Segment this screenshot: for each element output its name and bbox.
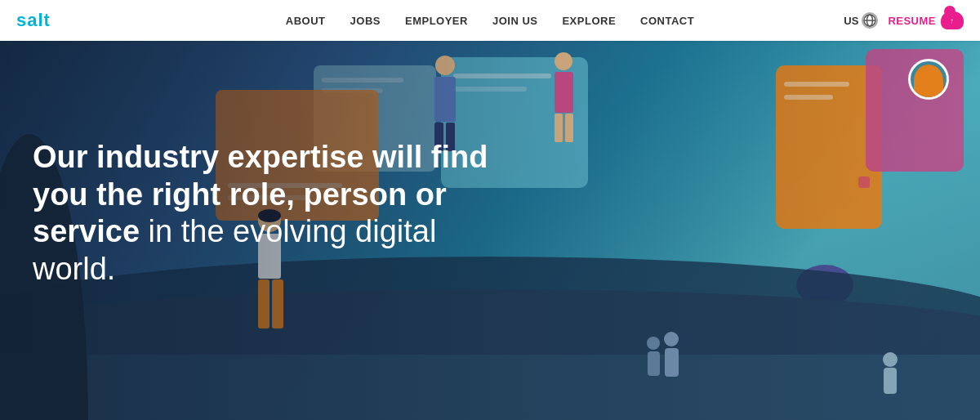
resume-button[interactable]: RESUME	[888, 11, 964, 29]
globe-icon	[862, 12, 878, 29]
header: salt ABOUT JOBS EMPLOYER JOIN US EXPLORE…	[0, 0, 980, 41]
hero-text-container: Our industry expertise will find you the…	[33, 139, 523, 288]
nav-item-contact[interactable]: CONTACT	[640, 15, 694, 27]
hero-section: Our industry expertise will find you the…	[0, 41, 980, 420]
nav-item-explore[interactable]: EXPLORE	[562, 15, 616, 27]
nav-item-join-us[interactable]: JOIN US	[492, 15, 538, 27]
region-label: US	[844, 15, 858, 27]
logo[interactable]: salt	[16, 10, 51, 31]
nav: ABOUT JOBS EMPLOYER JOIN US EXPLORE CONT…	[286, 15, 694, 27]
upload-cloud-icon	[941, 11, 964, 29]
nav-item-jobs[interactable]: JOBS	[350, 15, 381, 27]
header-right: US RESUME	[844, 11, 964, 29]
region-selector[interactable]: US	[844, 12, 878, 29]
hero-heading: Our industry expertise will find you the…	[33, 139, 523, 288]
nav-item-about[interactable]: ABOUT	[286, 15, 326, 27]
nav-item-employer[interactable]: EMPLOYER	[405, 15, 468, 27]
resume-label: RESUME	[888, 15, 936, 27]
